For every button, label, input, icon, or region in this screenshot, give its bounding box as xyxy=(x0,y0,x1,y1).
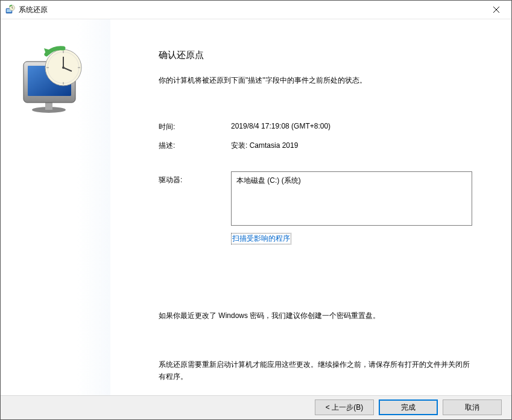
system-restore-window: 系统还原 xyxy=(0,0,512,420)
content-area: 确认还原点 你的计算机将被还原到下面"描述"字段中的事件之前所处的状态。 时间:… xyxy=(1,19,511,395)
scan-affected-programs-link[interactable]: 扫描受影响的程序 xyxy=(231,233,291,244)
system-restore-icon xyxy=(5,5,15,14)
back-button[interactable]: < 上一步(B) xyxy=(315,399,374,415)
time-value: 2019/8/4 17:19:08 (GMT+8:00) xyxy=(231,122,330,132)
description-value: 安装: Camtasia 2019 xyxy=(231,141,298,151)
window-title: 系统还原 xyxy=(19,5,482,15)
time-row: 时间: 2019/8/4 17:19:08 (GMT+8:00) xyxy=(159,122,475,132)
finish-button[interactable]: 完成 xyxy=(379,399,438,415)
drives-row: 驱动器: 本地磁盘 (C:) (系统) xyxy=(159,171,475,226)
drives-label: 驱动器: xyxy=(159,171,231,226)
sidebar xyxy=(1,19,110,395)
page-subtext: 你的计算机将被还原到下面"描述"字段中的事件之前所处的状态。 xyxy=(159,75,475,86)
drive-item[interactable]: 本地磁盘 (C:) (系统) xyxy=(236,176,467,186)
main-panel: 确认还原点 你的计算机将被还原到下面"描述"字段中的事件之前所处的状态。 时间:… xyxy=(110,19,511,395)
system-restore-large-icon xyxy=(20,42,98,116)
cancel-button[interactable]: 取消 xyxy=(443,399,502,415)
password-note: 如果你最近更改了 Windows 密码，我们建议你创建一个密码重置盘。 xyxy=(159,311,475,321)
time-label: 时间: xyxy=(159,122,231,132)
close-button[interactable] xyxy=(482,1,510,19)
drives-listbox[interactable]: 本地磁盘 (C:) (系统) xyxy=(231,171,472,226)
description-row: 描述: 安装: Camtasia 2019 xyxy=(159,141,475,151)
scan-link-wrap: 扫描受影响的程序 xyxy=(231,233,475,244)
restart-note: 系统还原需要重新启动计算机才能应用这些更改。继续操作之前，请保存所有打开的文件并… xyxy=(159,358,475,383)
page-heading: 确认还原点 xyxy=(159,49,475,61)
description-label: 描述: xyxy=(159,141,231,151)
wizard-footer: < 上一步(B) 完成 取消 xyxy=(1,395,511,419)
titlebar: 系统还原 xyxy=(1,1,511,19)
